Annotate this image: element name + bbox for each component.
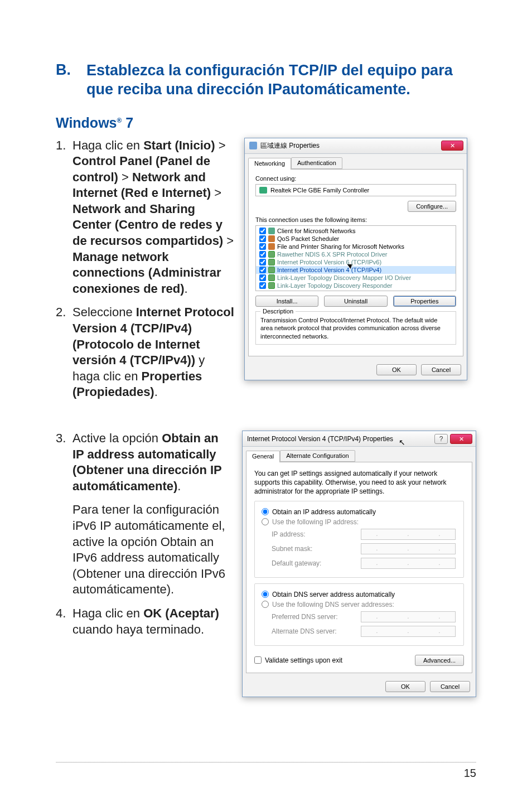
protocol-icon (268, 259, 275, 265)
radio-use-ip-input[interactable] (262, 518, 269, 525)
step-2: Seleccione Internet Protocol Version 4 (… (56, 305, 234, 400)
item-checkbox[interactable] (259, 228, 266, 234)
subheading-windows7: Windows® 7 (56, 115, 476, 131)
list-item[interactable]: Internet Protocol Version 4 (TCP/IPv4) (256, 266, 456, 274)
radio-use-dns-input[interactable] (262, 601, 269, 608)
item-checkbox[interactable] (259, 282, 266, 289)
item-checkbox[interactable] (259, 274, 266, 281)
install-button[interactable]: Install... (255, 296, 318, 307)
row-steps-1-2: Haga clic en Start (Inicio) > Control Pa… (56, 138, 476, 409)
label-connect-using: Connect using: (255, 175, 456, 182)
description-text: Transmission Control Protocol/Internet P… (260, 316, 451, 341)
list-item[interactable]: Rawether NDIS 6.X SPR Protocol Driver (256, 250, 456, 258)
item-label: QoS Packet Scheduler (277, 235, 339, 242)
label-gateway: Default gateway: (272, 559, 361, 567)
tab-general[interactable]: General (246, 451, 280, 462)
uninstall-button[interactable]: Uninstall (324, 296, 387, 307)
item-label: Internet Protocol Version 4 (TCP/IPv4) (277, 267, 381, 273)
radio-use-ip[interactable]: Use the following IP address: (262, 517, 457, 527)
label-description: Description (260, 307, 296, 316)
list-item[interactable]: Internet Protocol Version 6 (TCP/IPv6) (256, 258, 456, 266)
properties-button[interactable]: Properties (393, 296, 456, 307)
configure-button[interactable]: Configure... (408, 201, 456, 212)
label-alt-dns: Alternate DNS server: (272, 627, 361, 635)
title-bar: 區域連線 Properties ✕ (245, 138, 467, 154)
list-item[interactable]: Link-Layer Topology Discovery Responder (256, 282, 456, 289)
radio-obtain-ip-input[interactable] (262, 508, 269, 515)
input-subnet: ... (361, 543, 456, 554)
item-label: File and Printer Sharing for Microsoft N… (277, 243, 404, 250)
list-item[interactable]: Link-Layer Topology Discovery Mapper I/O… (256, 274, 456, 282)
dialog-connection-properties: 區域連線 Properties ✕ Networking Authenticat… (244, 138, 467, 381)
radio-obtain-dns[interactable]: Obtain DNS server address automatically (262, 590, 457, 600)
step-3: Active la opción Obtain an IP address au… (56, 431, 232, 494)
item-label: Link-Layer Topology Discovery Responder (277, 282, 392, 289)
step-3-note: Para tener la configuración iPv6 IP auto… (72, 502, 232, 598)
item-label: Internet Protocol Version 6 (TCP/IPv6) (277, 259, 381, 265)
dialog-title: Internet Protocol Version 4 (TCP/IPv4) P… (247, 435, 393, 443)
advanced-button[interactable]: Advanced... (415, 655, 464, 666)
cancel-button[interactable]: Cancel (430, 681, 470, 692)
item-checkbox[interactable] (259, 235, 266, 242)
tab-alternate-configuration[interactable]: Alternate Configuration (280, 450, 355, 462)
adapter-name: Realtek PCIe GBE Family Controller (270, 187, 369, 194)
section-title: Establezca la configuración TCP/IP del e… (86, 61, 476, 99)
page-number: 15 (464, 767, 476, 780)
protocol-icon (268, 228, 275, 234)
input-alt-dns: ... (361, 626, 456, 637)
list-item[interactable]: QoS Packet Scheduler (256, 235, 456, 243)
network-icon (249, 142, 257, 149)
help-button[interactable]: ? (434, 434, 448, 444)
list-item[interactable]: File and Printer Sharing for Microsoft N… (256, 243, 456, 250)
radio-obtain-dns-input[interactable] (262, 591, 269, 598)
tab-networking[interactable]: Networking (248, 158, 291, 170)
section-heading: B. Establezca la configuración TCP/IP de… (56, 61, 476, 99)
label-ip-address: IP address: (272, 530, 361, 538)
cursor-icon: ↖ (399, 438, 405, 447)
dialog-title: 區域連線 Properties (260, 141, 320, 151)
close-button[interactable]: ✕ (450, 434, 472, 444)
item-label: Rawether NDIS 6.X SPR Protocol Driver (277, 251, 387, 258)
protocol-icon (268, 251, 275, 258)
input-ip-address: ... (361, 529, 456, 540)
section-letter: B. (56, 61, 71, 99)
input-gateway: ... (361, 558, 456, 569)
item-checkbox[interactable] (259, 251, 266, 258)
input-pref-dns: ... (361, 611, 456, 622)
protocol-icon (268, 267, 275, 273)
protocol-icon (268, 274, 275, 281)
step-4: Haga clic en OK (Aceptar) cuando haya te… (56, 606, 232, 637)
items-listbox[interactable]: Client for Microsoft NetworksQoS Packet … (255, 225, 456, 291)
title-bar: Internet Protocol Version 4 (TCP/IPv4) P… (243, 431, 476, 447)
adapter-box: Realtek PCIe GBE Family Controller (255, 184, 456, 196)
intro-text: You can get IP settings assigned automat… (254, 469, 464, 496)
dialog-ipv4-properties: Internet Protocol Version 4 (TCP/IPv4) P… (242, 431, 476, 697)
item-label: Link-Layer Topology Discovery Mapper I/O… (277, 274, 411, 281)
protocol-icon (268, 243, 275, 250)
adapter-icon (259, 187, 267, 194)
cancel-button[interactable]: Cancel (421, 364, 461, 375)
checkbox-validate[interactable] (254, 656, 262, 664)
label-validate: Validate settings upon exit (265, 656, 342, 664)
protocol-icon (268, 282, 275, 289)
page-rule (56, 762, 476, 763)
item-checkbox[interactable] (259, 243, 266, 250)
item-label: Client for Microsoft Networks (277, 228, 356, 234)
item-checkbox[interactable] (259, 259, 266, 265)
ok-button[interactable]: OK (385, 681, 425, 692)
list-item[interactable]: Client for Microsoft Networks (256, 227, 456, 235)
label-subnet: Subnet mask: (272, 545, 361, 553)
protocol-icon (268, 235, 275, 242)
tab-authentication[interactable]: Authentication (291, 157, 342, 169)
label-pref-dns: Preferred DNS server: (272, 613, 361, 621)
label-uses-items: This connection uses the following items… (255, 216, 456, 223)
row-steps-3-4: Active la opción Obtain an IP address au… (56, 431, 476, 697)
ok-button[interactable]: OK (376, 364, 417, 375)
step-1: Haga clic en Start (Inicio) > Control Pa… (56, 138, 234, 297)
radio-obtain-ip[interactable]: Obtain an IP address automatically (262, 507, 457, 517)
item-checkbox[interactable] (259, 267, 266, 273)
radio-use-dns[interactable]: Use the following DNS server addresses: (262, 600, 457, 610)
close-button[interactable]: ✕ (441, 141, 463, 151)
